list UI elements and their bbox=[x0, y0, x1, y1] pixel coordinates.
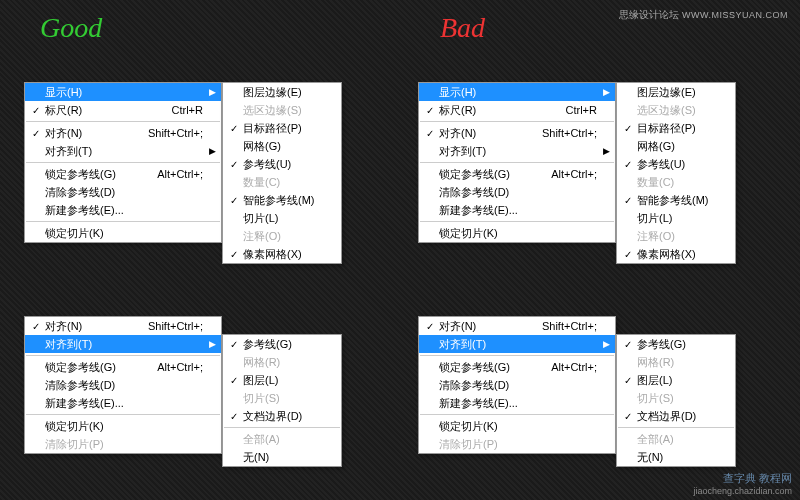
menu-item-label: 像素网格(X) bbox=[635, 247, 731, 262]
menu-item[interactable]: 对齐到(T)▶ bbox=[25, 335, 221, 353]
menu-item[interactable]: 新建参考线(E)... bbox=[25, 201, 221, 219]
menu-item-label: 显示(H) bbox=[43, 85, 199, 100]
menu-item[interactable]: ✓目标路径(P) bbox=[223, 119, 341, 137]
menu-item[interactable]: 锁定参考线(G)Alt+Ctrl+; bbox=[419, 358, 615, 376]
menu-item[interactable]: 网格(G) bbox=[617, 137, 735, 155]
check-icon: ✓ bbox=[29, 321, 43, 332]
menu-item[interactable]: ✓智能参考线(M) bbox=[617, 191, 735, 209]
menu-item[interactable]: ✓参考线(U) bbox=[617, 155, 735, 173]
menu-item[interactable]: 无(N) bbox=[617, 448, 735, 466]
menu-item[interactable]: 显示(H)▶ bbox=[419, 83, 615, 101]
menu-item-label: 选区边缘(S) bbox=[241, 103, 337, 118]
menu-item-label: 清除切片(P) bbox=[437, 437, 593, 452]
menu-item-label: 切片(L) bbox=[241, 211, 337, 226]
bad-main-menu[interactable]: 显示(H)▶✓标尺(R)Ctrl+R✓对齐(N)Shift+Ctrl+;对齐到(… bbox=[418, 82, 616, 243]
submenu-arrow-icon: ▶ bbox=[207, 339, 217, 349]
menu-item-label: 注释(O) bbox=[635, 229, 731, 244]
menu-item-label: 全部(A) bbox=[241, 432, 337, 447]
menu-item[interactable]: 锁定参考线(G)Alt+Ctrl+; bbox=[25, 165, 221, 183]
menu-separator bbox=[618, 427, 734, 428]
menu-item[interactable]: 新建参考线(E)... bbox=[25, 394, 221, 412]
menu-item: 网格(R) bbox=[617, 353, 735, 371]
menu-item[interactable]: 清除参考线(D) bbox=[419, 183, 615, 201]
menu-item[interactable]: 清除参考线(D) bbox=[25, 183, 221, 201]
menu-item[interactable]: 清除参考线(D) bbox=[25, 376, 221, 394]
menu-item-label: 网格(G) bbox=[635, 139, 731, 154]
good-show-submenu[interactable]: 图层边缘(E)选区边缘(S)✓目标路径(P)网格(G)✓参考线(U)数量(C)✓… bbox=[222, 82, 342, 264]
menu-item[interactable]: 锁定参考线(G)Alt+Ctrl+; bbox=[419, 165, 615, 183]
check-icon: ✓ bbox=[423, 105, 437, 116]
check-icon: ✓ bbox=[621, 249, 635, 260]
good-snap-submenu[interactable]: ✓参考线(G)网格(R)✓图层(L)切片(S)✓文档边界(D)全部(A)无(N) bbox=[222, 334, 342, 467]
menu-item-label: 像素网格(X) bbox=[241, 247, 337, 262]
menu-item[interactable]: ✓对齐(N)Shift+Ctrl+; bbox=[419, 124, 615, 142]
bad-snap-menu[interactable]: ✓对齐(N)Shift+Ctrl+;对齐到(T)▶锁定参考线(G)Alt+Ctr… bbox=[418, 316, 616, 454]
menu-item: 注释(O) bbox=[223, 227, 341, 245]
menu-item[interactable]: ✓像素网格(X) bbox=[223, 245, 341, 263]
menu-item[interactable]: ✓图层(L) bbox=[223, 371, 341, 389]
menu-item[interactable]: 图层边缘(E) bbox=[223, 83, 341, 101]
menu-item[interactable]: ✓参考线(U) bbox=[223, 155, 341, 173]
menu-item[interactable]: 图层边缘(E) bbox=[617, 83, 735, 101]
menu-item[interactable]: 网格(G) bbox=[223, 137, 341, 155]
credit-top: 思缘设计论坛 WWW.MISSYUAN.COM bbox=[619, 8, 788, 22]
menu-item[interactable]: ✓标尺(R)Ctrl+R bbox=[419, 101, 615, 119]
menu-item[interactable]: ✓对齐(N)Shift+Ctrl+; bbox=[25, 124, 221, 142]
check-icon: ✓ bbox=[227, 339, 241, 350]
menu-item-label: 显示(H) bbox=[437, 85, 593, 100]
menu-item[interactable]: 显示(H)▶ bbox=[25, 83, 221, 101]
menu-item[interactable]: 锁定参考线(G)Alt+Ctrl+; bbox=[25, 358, 221, 376]
menu-item[interactable]: 锁定切片(K) bbox=[25, 224, 221, 242]
menu-item-label: 无(N) bbox=[635, 450, 731, 465]
menu-item[interactable]: ✓智能参考线(M) bbox=[223, 191, 341, 209]
good-snap-menu[interactable]: ✓对齐(N)Shift+Ctrl+;对齐到(T)▶锁定参考线(G)Alt+Ctr… bbox=[24, 316, 222, 454]
menu-item[interactable]: 新建参考线(E)... bbox=[419, 201, 615, 219]
menu-item-label: 选区边缘(S) bbox=[635, 103, 731, 118]
bad-show-submenu[interactable]: 图层边缘(E)选区边缘(S)✓目标路径(P)网格(G)✓参考线(U)数量(C)✓… bbox=[616, 82, 736, 264]
menu-item-label: 锁定参考线(G) bbox=[437, 360, 547, 375]
menu-separator bbox=[420, 121, 614, 122]
submenu-arrow-icon: ▶ bbox=[601, 339, 611, 349]
menu-item: 选区边缘(S) bbox=[223, 101, 341, 119]
menu-item-label: 清除参考线(D) bbox=[437, 378, 593, 393]
menu-item[interactable]: ✓对齐(N)Shift+Ctrl+; bbox=[419, 317, 615, 335]
menu-item[interactable]: 对齐到(T)▶ bbox=[25, 142, 221, 160]
menu-item-label: 新建参考线(E)... bbox=[43, 203, 199, 218]
check-icon: ✓ bbox=[227, 375, 241, 386]
menu-item[interactable]: ✓像素网格(X) bbox=[617, 245, 735, 263]
good-main-menu[interactable]: 显示(H)▶✓标尺(R)Ctrl+R✓对齐(N)Shift+Ctrl+;对齐到(… bbox=[24, 82, 222, 243]
menu-item[interactable]: ✓对齐(N)Shift+Ctrl+; bbox=[25, 317, 221, 335]
menu-item[interactable]: ✓图层(L) bbox=[617, 371, 735, 389]
menu-item[interactable]: 锁定切片(K) bbox=[25, 417, 221, 435]
menu-item[interactable]: 切片(L) bbox=[223, 209, 341, 227]
menu-item[interactable]: 切片(L) bbox=[617, 209, 735, 227]
menu-item[interactable]: 对齐到(T)▶ bbox=[419, 142, 615, 160]
menu-item[interactable]: 无(N) bbox=[223, 448, 341, 466]
menu-item[interactable]: ✓目标路径(P) bbox=[617, 119, 735, 137]
menu-item-label: 目标路径(P) bbox=[635, 121, 731, 136]
menu-item-label: 对齐(N) bbox=[437, 126, 538, 141]
menu-item-shortcut: Shift+Ctrl+; bbox=[144, 127, 207, 139]
menu-item[interactable]: 锁定切片(K) bbox=[419, 224, 615, 242]
check-icon: ✓ bbox=[621, 411, 635, 422]
menu-item[interactable]: ✓参考线(G) bbox=[223, 335, 341, 353]
menu-item-label: 图层边缘(E) bbox=[635, 85, 731, 100]
menu-item[interactable]: 锁定切片(K) bbox=[419, 417, 615, 435]
menu-item-shortcut: Alt+Ctrl+; bbox=[547, 361, 601, 373]
menu-item[interactable]: 新建参考线(E)... bbox=[419, 394, 615, 412]
menu-item[interactable]: 对齐到(T)▶ bbox=[419, 335, 615, 353]
menu-item[interactable]: ✓标尺(R)Ctrl+R bbox=[25, 101, 221, 119]
menu-item-shortcut: Shift+Ctrl+; bbox=[538, 320, 601, 332]
menu-item-label: 数量(C) bbox=[635, 175, 731, 190]
menu-item-label: 图层(L) bbox=[635, 373, 731, 388]
submenu-arrow-icon: ▶ bbox=[207, 87, 217, 97]
menu-item[interactable]: ✓参考线(G) bbox=[617, 335, 735, 353]
check-icon: ✓ bbox=[621, 123, 635, 134]
menu-item[interactable]: ✓文档边界(D) bbox=[223, 407, 341, 425]
menu-item-label: 标尺(R) bbox=[43, 103, 168, 118]
check-icon: ✓ bbox=[227, 123, 241, 134]
menu-item[interactable]: 清除参考线(D) bbox=[419, 376, 615, 394]
bad-snap-submenu[interactable]: ✓参考线(G)网格(R)✓图层(L)切片(S)✓文档边界(D)全部(A)无(N) bbox=[616, 334, 736, 467]
menu-item[interactable]: ✓文档边界(D) bbox=[617, 407, 735, 425]
menu-item-shortcut: Alt+Ctrl+; bbox=[153, 361, 207, 373]
